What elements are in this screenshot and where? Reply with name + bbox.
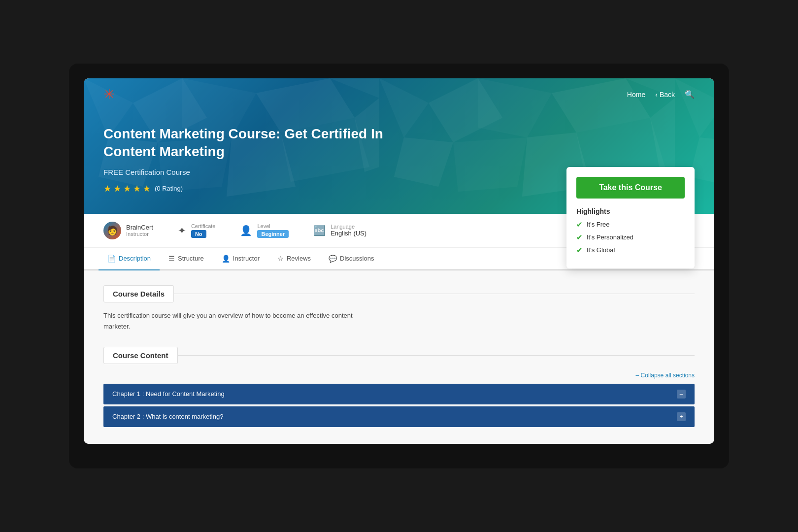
instructor-label: Instructor [126,231,153,237]
star-4: ★ [133,183,141,194]
chapter-1-toggle[interactable]: – [677,390,686,399]
level-info: 👤 Level Beginner [240,223,289,238]
language-details: Language English (US) [331,224,366,237]
tab-description[interactable]: 📄 Description [99,248,160,270]
highlight-global-label: It's Global [587,246,615,254]
instructor-avatar: 🧑 [103,222,121,239]
level-label: Level [257,223,289,229]
instructor-details: BrainCert Instructor [126,224,153,237]
language-icon: 🔤 [313,225,326,236]
highlights-title: Highlights [576,207,685,215]
nav-links: Home ‹ Back 🔍 [627,90,695,99]
star-5: ★ [143,183,151,194]
tab-structure-icon: ☰ [168,255,175,263]
rating-text: (0 Rating) [155,185,183,192]
chapter-2-row[interactable]: Chapter 2 : What is content marketing? + [103,406,695,427]
tab-reviews-label: Reviews [287,255,311,262]
course-content-title: Course Content [103,347,178,364]
collapse-all-button[interactable]: – Collapse all sections [636,372,695,379]
main-content: Take this Course Highlights ✔ It's Free … [84,270,714,444]
language-info: 🔤 Language English (US) [313,224,366,237]
tab-description-icon: 📄 [107,255,116,263]
level-details: Level Beginner [257,223,289,238]
nav-back[interactable]: ‹ Back [655,91,675,99]
highlight-personalized: ✔ It's Personalized [576,233,685,242]
tab-reviews[interactable]: ☆ Reviews [268,248,320,270]
certificate-icon: ✦ [178,225,186,236]
course-description-text: This certification course will give you … [103,310,360,332]
chapter-2-label: Chapter 2 : What is content marketing? [112,413,223,420]
language-value: English (US) [331,230,366,237]
star-1: ★ [103,183,111,194]
certificate-details: Certificate No [191,223,216,238]
section-divider-2 [178,355,695,356]
instructor-info: 🧑 BrainCert Instructor [103,222,153,239]
check-icon-free: ✔ [576,220,583,229]
section-divider [174,294,695,294]
certificate-label: Certificate [191,223,216,229]
tab-description-label: Description [119,255,151,262]
star-3: ★ [123,183,131,194]
logo-icon: ✳ [103,86,115,102]
certificate-badge: No [191,230,206,238]
chapter-1-label: Chapter 1 : Need for Content Marketing [112,390,225,398]
monitor-frame: ✳ Home ‹ Back 🔍 Content Marketing Course… [69,64,729,468]
floating-enrollment-card: Take this Course Highlights ✔ It's Free … [566,167,695,268]
tab-structure[interactable]: ☰ Structure [160,248,213,270]
chevron-left-icon: ‹ [655,91,658,99]
nav-home[interactable]: Home [627,91,645,99]
navbar: ✳ Home ‹ Back 🔍 [84,78,714,110]
star-2: ★ [113,183,121,194]
course-content-header: Course Content [103,347,695,364]
highlight-free-label: It's Free [587,221,610,228]
highlight-global: ✔ It's Global [576,246,685,255]
tab-instructor[interactable]: 👤 Instructor [213,248,268,270]
check-icon-personalized: ✔ [576,233,583,242]
course-details-title: Course Details [103,285,174,302]
tab-discussions-label: Discussions [340,255,374,262]
chapter-1-row[interactable]: Chapter 1 : Need for Content Marketing – [103,384,695,404]
instructor-name: BrainCert [126,224,153,231]
course-title: Content Marketing Course: Get Certified … [103,125,438,161]
tab-instructor-label: Instructor [233,255,260,262]
language-label: Language [331,224,366,230]
tab-instructor-icon: 👤 [222,255,230,263]
highlight-personalized-label: It's Personalized [587,233,633,241]
level-badge: Beginner [257,230,289,238]
monitor-screen: ✳ Home ‹ Back 🔍 Content Marketing Course… [84,78,714,444]
course-details-header: Course Details [103,285,695,302]
certificate-info: ✦ Certificate No [178,223,216,238]
tab-discussions-icon: 💬 [329,255,337,263]
take-course-button[interactable]: Take this Course [576,177,685,199]
tab-discussions[interactable]: 💬 Discussions [320,248,383,270]
level-icon: 👤 [240,225,252,236]
chapter-2-toggle[interactable]: + [677,412,686,421]
search-icon[interactable]: 🔍 [685,90,695,99]
tab-structure-label: Structure [178,255,204,262]
collapse-row: – Collapse all sections [103,372,695,379]
check-icon-global: ✔ [576,246,583,255]
tab-reviews-icon: ☆ [277,255,284,263]
highlight-free: ✔ It's Free [576,220,685,229]
